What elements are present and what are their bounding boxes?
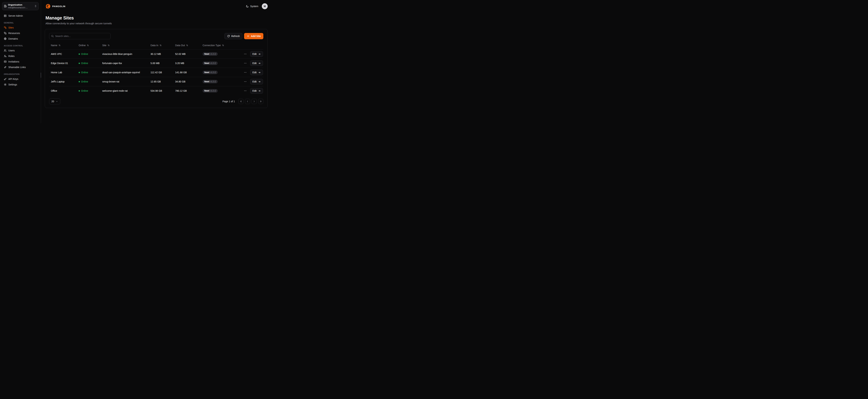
connection-type-version: v1.3.2 — [210, 71, 216, 73]
panel-toolbar: Refresh Add Site — [49, 33, 264, 39]
server-icon — [4, 14, 7, 17]
sort-icon — [159, 44, 162, 47]
first-page-button[interactable] — [238, 99, 244, 104]
sidebar-item-roles[interactable]: Roles — [2, 53, 39, 59]
online-status-dot — [79, 54, 80, 55]
theme-toggle-button[interactable]: System — [246, 5, 258, 8]
search — [49, 33, 111, 39]
sidebar-scrollbar-thumb[interactable] — [41, 72, 41, 78]
previous-page-button[interactable] — [245, 99, 250, 104]
page-title: Manage Sites — [45, 15, 268, 21]
gear-icon — [4, 83, 7, 86]
column-header-data-in[interactable]: Data In — [149, 44, 174, 47]
status-label: Online — [81, 62, 88, 65]
column-header-connection-type[interactable]: Connection Type — [201, 44, 240, 47]
sidebar-item-label: Server Admin — [8, 14, 23, 17]
edit-button[interactable]: Edit — [250, 60, 263, 66]
sidebar-item-resources[interactable]: Resources — [2, 30, 39, 36]
table-header: Name Online Site Data In — [49, 41, 264, 49]
edit-label: Edit — [252, 89, 256, 92]
add-site-button[interactable]: Add Site — [244, 33, 264, 39]
ellipsis-icon — [244, 80, 247, 83]
brand[interactable]: PANGOLIN — [45, 4, 65, 9]
sidebar-item-api-keys[interactable]: API Keys — [2, 76, 39, 82]
column-header-data-out[interactable]: Data Out — [174, 44, 201, 47]
connection-type-badge: Newt v1.3.2 — [203, 52, 218, 56]
add-site-label: Add Site — [251, 35, 261, 37]
sidebar: Organization milo@fossorial.io's ... Ser… — [0, 0, 41, 123]
topbar-right: System M — [246, 3, 268, 9]
site-name-cell: Edge Device 01 — [49, 62, 77, 65]
chevrons-right-icon — [259, 100, 262, 103]
site-name-cell: Home Lab — [49, 71, 77, 74]
site-id-cell: vivacious-little-blue-penguin — [100, 53, 149, 55]
section-label-access-control: ACCESS CONTROL — [2, 44, 39, 47]
org-text: Organization milo@fossorial.io's ... — [8, 3, 33, 9]
sidebar-item-users[interactable]: Users — [2, 48, 39, 53]
section-label-organization: ORGANIZATION — [2, 73, 39, 75]
sites-icon — [4, 26, 7, 29]
arrow-right-icon — [258, 62, 261, 65]
row-menu-button[interactable] — [243, 80, 247, 84]
site-id-cell: welcome-giant-mole-rat — [100, 89, 149, 92]
sidebar-item-sites[interactable]: Sites — [2, 25, 39, 30]
sort-icon — [222, 44, 224, 47]
connection-type-cell: Newt v1.3.2 — [201, 61, 240, 65]
sidebar-item-domains[interactable]: Domains — [2, 36, 39, 41]
toolbar-actions: Refresh Add Site — [224, 33, 264, 39]
org-selector[interactable]: Organization milo@fossorial.io's ... — [2, 2, 39, 10]
row-menu-button[interactable] — [243, 89, 247, 93]
data-out-cell: 52.02 MB — [174, 53, 201, 55]
building-icon — [4, 5, 7, 7]
site-id-cell: fortunate-cape-fox — [100, 62, 149, 65]
refresh-button[interactable]: Refresh — [224, 33, 242, 39]
edit-button[interactable]: Edit — [250, 79, 263, 84]
moon-icon — [246, 5, 249, 8]
column-header-name[interactable]: Name — [49, 44, 77, 47]
last-page-button[interactable] — [258, 99, 264, 104]
arrow-right-icon — [258, 90, 261, 92]
main-content: PANGOLIN System M Manage Sites Allow con… — [41, 0, 272, 123]
row-menu-button[interactable] — [243, 70, 247, 74]
avatar[interactable]: M — [262, 3, 268, 9]
status-label: Online — [81, 71, 88, 74]
edit-button[interactable]: Edit — [250, 51, 263, 57]
page-size-value: 20 — [51, 100, 54, 103]
table-row: Edge Device 01 Online fortunate-cape-fox… — [49, 59, 264, 68]
next-page-button[interactable] — [252, 99, 257, 104]
connection-type-badge: Newt v1.3.2 — [203, 80, 218, 83]
site-status-cell: Online — [77, 53, 100, 55]
roles-icon — [4, 55, 7, 58]
sidebar-item-server-admin[interactable]: Server Admin — [2, 13, 39, 19]
column-header-online[interactable]: Online — [77, 44, 100, 47]
edit-button[interactable]: Edit — [250, 88, 263, 94]
theme-label: System — [250, 5, 258, 8]
status-label: Online — [81, 53, 88, 55]
arrow-right-icon — [258, 53, 261, 55]
ellipsis-icon — [244, 62, 247, 65]
sidebar-item-label: Shareable Links — [8, 66, 26, 69]
row-actions-cell: Edit — [240, 51, 264, 57]
sort-icon — [87, 44, 89, 47]
sidebar-item-shareable-links[interactable]: Shareable Links — [2, 64, 39, 70]
connection-type-name: Newt — [204, 81, 209, 83]
connection-type-name: Newt — [204, 90, 209, 92]
edit-button[interactable]: Edit — [250, 70, 263, 75]
sidebar-item-invitations[interactable]: Invitations — [2, 59, 39, 64]
site-id-cell: smug-brown-rat — [100, 80, 149, 83]
sidebar-item-settings[interactable]: Settings — [2, 82, 39, 87]
connection-type-badge: Newt v1.3.2 — [203, 61, 218, 65]
mail-icon — [4, 60, 7, 63]
column-header-site[interactable]: Site — [100, 44, 149, 47]
sidebar-nav: Server Admin GENERAL Sites Resources Do — [2, 13, 39, 87]
search-input[interactable] — [49, 33, 111, 39]
row-actions-cell: Edit — [240, 88, 264, 94]
sidebar-item-label: Invitations — [8, 60, 19, 63]
page-size-select[interactable]: 20 — [49, 98, 60, 104]
connection-type-version: v1.3.2 — [210, 62, 216, 64]
connection-type-badge: Newt v1.3.2 — [203, 89, 218, 93]
row-menu-button[interactable] — [243, 61, 247, 65]
status-label: Online — [81, 80, 88, 83]
row-menu-button[interactable] — [243, 52, 247, 56]
site-status-cell: Online — [77, 71, 100, 74]
